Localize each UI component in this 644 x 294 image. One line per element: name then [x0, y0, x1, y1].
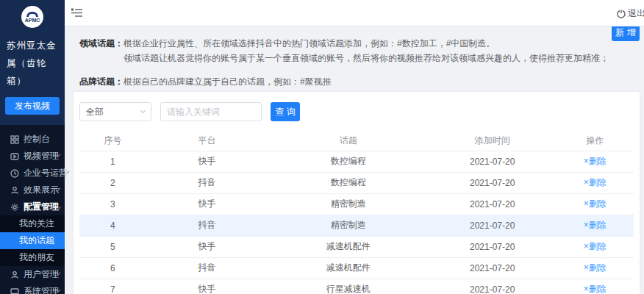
company-logo: APMC [21, 6, 43, 28]
cell-date: 2021-07-20 [429, 215, 556, 236]
chevron-down-icon [140, 108, 146, 113]
header-actions: 操作 [556, 132, 634, 151]
config-submenu: 我的关注 我的话题 我的朋友 [0, 215, 65, 266]
header-platform: 平台 [146, 132, 268, 151]
cell-topic: 精密制造 [268, 193, 429, 215]
keyword-input[interactable] [160, 102, 262, 121]
sidebar-header: APMC 苏州亚太金属（齿轮箱） 发布视频 [0, 0, 65, 125]
cell-platform: 抖音 [146, 172, 268, 193]
cell-date: 2021-07-20 [429, 236, 556, 257]
cell-topic: 精密制造 [268, 215, 429, 236]
delete-link[interactable]: ×删除 [584, 156, 607, 166]
cell-actions: ×删除 [556, 193, 634, 215]
table-row: 1快手数控编程2021-07-20×删除 [79, 151, 634, 172]
cell-actions: ×删除 [556, 151, 634, 172]
cell-actions: ×删除 [556, 236, 634, 257]
sidebar-item-config-management[interactable]: 配置管理 [0, 198, 65, 215]
sidebar-item-effect-display[interactable]: 效果展示 [0, 182, 65, 198]
gear-icon [10, 202, 19, 212]
cell-platform: 抖音 [146, 257, 268, 279]
cell-index: 5 [79, 236, 146, 257]
cell-platform: 抖音 [146, 215, 268, 236]
field-topic-notice: 领域话题：根据企业行业属性、所在领域选择抖音中的热门领域话题添加，例如：#数控加… [79, 36, 629, 51]
delete-link[interactable]: ×删除 [584, 284, 607, 294]
table-row: 6抖音减速机配件2021-07-20×删除 [79, 257, 634, 279]
cell-date: 2021-07-20 [429, 172, 556, 193]
dashboard-icon [10, 135, 19, 144]
table-row: 5快手减速机配件2021-07-20×删除 [79, 236, 634, 257]
field-topic-label: 领域话题： [79, 38, 124, 49]
publish-video-button[interactable]: 发布视频 [5, 97, 60, 115]
delete-link[interactable]: ×删除 [584, 177, 607, 187]
platform-select[interactable]: 全部 [79, 102, 151, 121]
sidebar-collapse-icon[interactable] [71, 8, 82, 18]
table-row: 7快手行星减速机2021-07-20×删除 [79, 279, 634, 294]
cell-actions: ×删除 [556, 215, 634, 236]
delete-link[interactable]: ×删除 [584, 198, 607, 209]
sidebar: APMC 苏州亚太金属（齿轮箱） 发布视频 控制台 视频管理 企业号运营 [0, 0, 65, 294]
sidebar-menu: 控制台 视频管理 企业号运营 效果展示 配置管 [0, 125, 65, 294]
top-header-bar: 退出 [65, 0, 644, 26]
cell-date: 2021-07-20 [429, 151, 556, 172]
delete-link[interactable]: ×删除 [584, 262, 607, 273]
search-button[interactable]: 查 询 [271, 102, 300, 121]
topics-card: 全部 查 询 序号 平台 话题 添加时间 操作 1快手数控编程2021-07-2… [74, 92, 640, 294]
field-topic-notice-line2: 领域话题让机器觉得你的账号属于某一个垂直领域的账号，然后将你的视频推荐给对该领域… [79, 51, 629, 65]
notice-section: 领域话题：根据企业行业属性、所在领域选择抖音中的热门领域话题添加，例如：#数控加… [65, 26, 644, 89]
sidebar-item-my-topics[interactable]: 我的话题 [0, 232, 65, 249]
table-row: 3快手精密制造2021-07-20×删除 [79, 193, 634, 215]
cell-actions: ×删除 [556, 257, 634, 279]
cell-topic: 数控编程 [268, 151, 429, 172]
cell-platform: 快手 [146, 151, 268, 172]
cell-index: 4 [79, 215, 146, 236]
table-row: 4抖音精密制造2021-07-20×删除 [79, 215, 634, 236]
delete-link[interactable]: ×删除 [584, 220, 607, 230]
table-header-row: 序号 平台 话题 添加时间 操作 [79, 132, 634, 151]
cell-topic: 减速机配件 [268, 236, 429, 257]
sidebar-item-enterprise-operation[interactable]: 企业号运营 [0, 165, 65, 182]
sidebar-item-my-friends[interactable]: 我的朋友 [0, 249, 65, 266]
logout-button[interactable]: 退出 [617, 7, 644, 20]
sidebar-item-console[interactable]: 控制台 [0, 131, 65, 148]
cell-date: 2021-07-20 [429, 193, 556, 215]
user-icon [10, 185, 19, 195]
logo-text: APMC [25, 18, 40, 23]
cell-date: 2021-07-20 [429, 257, 556, 279]
clock-icon [10, 168, 19, 178]
video-icon [10, 151, 19, 161]
sidebar-item-my-follows[interactable]: 我的关注 [0, 215, 65, 232]
header-date: 添加时间 [429, 132, 556, 151]
cell-index: 2 [79, 172, 146, 193]
sidebar-item-video-management[interactable]: 视频管理 [0, 148, 65, 165]
sidebar-item-system-management[interactable]: 系统管理 [0, 283, 65, 294]
table-row: 2抖音数控编程2021-07-20×删除 [79, 172, 634, 193]
brand-topic-label: 品牌话题： [79, 76, 124, 87]
cell-index: 1 [79, 151, 146, 172]
delete-link[interactable]: ×删除 [584, 241, 607, 251]
monitor-icon [10, 287, 19, 294]
cell-platform: 快手 [146, 193, 268, 215]
cell-index: 3 [79, 193, 146, 215]
header-index: 序号 [79, 132, 146, 151]
topics-table: 序号 平台 话题 添加时间 操作 1快手数控编程2021-07-20×删除2抖音… [79, 132, 634, 294]
cell-actions: ×删除 [556, 172, 634, 193]
logout-icon [617, 10, 626, 18]
cell-date: 2021-07-20 [429, 279, 556, 294]
brand-topic-notice: 品牌话题：根据自己的品牌建立属于自己的话题，例如：#聚视推 [79, 74, 629, 89]
users-icon [10, 270, 19, 279]
cell-platform: 快手 [146, 236, 268, 257]
cell-actions: ×删除 [556, 279, 634, 294]
sidebar-item-user-management[interactable]: 用户管理 [0, 266, 65, 283]
cell-index: 7 [79, 279, 146, 294]
cell-topic: 行星减速机 [268, 279, 429, 294]
header-topic: 话题 [268, 132, 429, 151]
cell-index: 6 [79, 257, 146, 279]
company-title: 苏州亚太金属（齿轮箱） [0, 34, 65, 90]
logo-gear-arc-icon [26, 12, 38, 17]
cell-topic: 数控编程 [268, 172, 429, 193]
filter-bar: 全部 查 询 [79, 102, 634, 121]
cell-platform: 快手 [146, 279, 268, 294]
cell-topic: 减速机配件 [268, 257, 429, 279]
